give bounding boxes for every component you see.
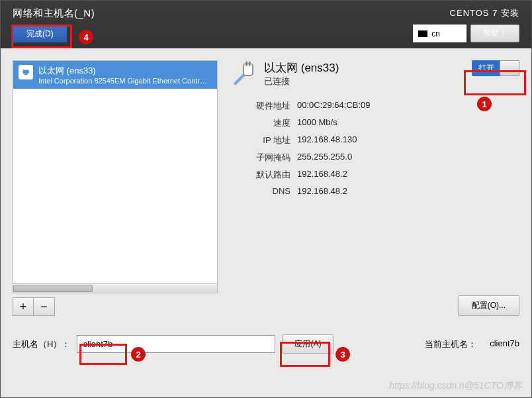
mask-label: 子网掩码: [230, 152, 290, 164]
connection-title: 以太网 (ens33): [264, 60, 339, 75]
ip-value: 192.168.48.130: [297, 134, 519, 146]
interface-name: 以太网 (ens33): [38, 65, 210, 77]
keyboard-select[interactable]: cn: [413, 25, 466, 42]
hostname-input[interactable]: [77, 335, 275, 353]
annotation-num-2: 2: [131, 347, 146, 362]
toggle-knob: [500, 60, 519, 76]
annotation-num-3: 3: [335, 347, 350, 362]
remove-interface-button[interactable]: −: [34, 297, 55, 316]
current-hostname-value: client7b: [490, 338, 519, 350]
toggle-on-label: 打开: [472, 63, 494, 74]
speed-label: 速度: [230, 117, 290, 129]
annotation-num-1: 1: [477, 97, 492, 111]
installer-title: CENTOS 7 安装: [450, 7, 519, 19]
apply-button[interactable]: 应用(A): [282, 334, 333, 354]
current-hostname-label: 当前主机名：: [425, 338, 476, 350]
keyboard-layout-label: cn: [431, 29, 440, 38]
connection-details: 硬件地址00:0C:29:64:CB:09 速度1000 Mb/s IP 地址1…: [230, 100, 519, 196]
hostname-label: 主机名（H）：: [13, 338, 70, 350]
ethernet-icon: [19, 65, 33, 79]
gateway-label: 默认路由: [230, 169, 290, 181]
watermark: https://blog.csdn.n@51CTO博客: [389, 380, 522, 392]
svg-rect-0: [22, 70, 28, 74]
configure-button[interactable]: 配置(O)...: [458, 295, 519, 316]
interface-desc: Intel Corporation 82545EM Gigabit Ethern…: [38, 77, 210, 85]
gateway-value: 192.168.48.2: [297, 169, 519, 181]
annotation-num-4: 4: [79, 30, 93, 44]
dns-value: 192.168.48.2: [297, 186, 519, 196]
svg-rect-2: [244, 64, 253, 75]
svg-rect-1: [24, 74, 28, 75]
interface-item-ens33[interactable]: 以太网 (ens33) Intel Corporation 82545EM Gi…: [13, 61, 217, 89]
scrollbar-thumb[interactable]: [13, 285, 93, 292]
dns-label: DNS: [230, 186, 290, 196]
mask-value: 255.255.255.0: [297, 152, 519, 164]
horizontal-scrollbar[interactable]: [13, 284, 218, 293]
add-interface-button[interactable]: +: [13, 297, 34, 316]
speed-value: 1000 Mb/s: [297, 117, 519, 129]
svg-rect-4: [249, 62, 251, 66]
page-title: 网络和主机名(_N): [13, 7, 95, 20]
ip-label: IP 地址: [230, 134, 290, 146]
connection-status: 已连接: [264, 75, 339, 87]
keyboard-icon: [418, 30, 427, 37]
help-button[interactable]: 帮助！: [470, 25, 519, 42]
interface-list[interactable]: 以太网 (ens33) Intel Corporation 82545EM Gi…: [13, 60, 218, 284]
done-button[interactable]: 完成(D): [13, 25, 67, 43]
plug-icon: [230, 60, 257, 88]
hw-label: 硬件地址: [230, 100, 290, 112]
svg-rect-3: [246, 62, 248, 66]
connection-toggle[interactable]: 打开: [472, 60, 519, 76]
